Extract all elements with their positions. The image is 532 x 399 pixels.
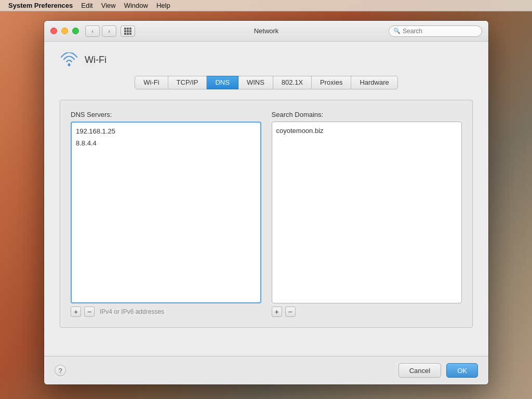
maximize-button[interactable] xyxy=(72,28,79,34)
grid-button[interactable] xyxy=(121,25,135,37)
dns-servers-controls: + − IPv4 or IPv6 addresses xyxy=(71,307,261,317)
window-title: Network xyxy=(254,27,279,35)
search-domains-controls: + − xyxy=(272,307,462,317)
tab-wins[interactable]: WINS xyxy=(238,76,273,89)
search-domains-column: Search Domains: coyotemoon.biz + − xyxy=(272,111,462,317)
menubar-help[interactable]: Help xyxy=(152,0,175,11)
tab-dns[interactable]: DNS xyxy=(207,76,238,89)
list-item: 8.8.4.4 xyxy=(75,138,257,150)
dns-placeholder: IPv4 or IPv6 addresses xyxy=(100,308,164,315)
bottom-buttons: Cancel OK xyxy=(398,363,478,378)
search-domains-list[interactable]: coyotemoon.biz xyxy=(272,122,462,303)
search-box[interactable]: 🔍 xyxy=(389,25,482,37)
tab-tcpip[interactable]: TCP/IP xyxy=(168,76,207,89)
list-item: coyotemoon.biz xyxy=(275,125,459,137)
forward-button[interactable]: › xyxy=(102,25,116,37)
search-domains-label: Search Domains: xyxy=(272,111,462,118)
tab-hardware[interactable]: Hardware xyxy=(351,76,397,89)
dns-servers-column: DNS Servers: 192.168.1.25 8.8.4.4 + − IP… xyxy=(71,111,261,317)
cancel-button[interactable]: Cancel xyxy=(398,363,441,378)
menubar-view[interactable]: View xyxy=(97,0,120,11)
ok-button[interactable]: OK xyxy=(446,363,478,378)
help-button[interactable]: ? xyxy=(55,365,66,376)
list-item: 192.168.1.25 xyxy=(75,126,257,138)
search-icon: 🔍 xyxy=(393,28,401,34)
window-content: Wi-Fi Wi-Fi TCP/IP DNS WINS 802.1X Proxi… xyxy=(44,42,488,356)
wifi-label: Wi-Fi xyxy=(85,55,107,65)
menubar-edit[interactable]: Edit xyxy=(77,0,97,11)
wifi-header: Wi-Fi xyxy=(60,52,473,68)
close-button[interactable] xyxy=(50,28,57,34)
nav-buttons: ‹ › xyxy=(85,25,116,37)
menubar-window[interactable]: Window xyxy=(120,0,152,11)
tab-proxies[interactable]: Proxies xyxy=(312,76,351,89)
menubar: System Preferences Edit View Window Help xyxy=(0,0,532,11)
grid-icon xyxy=(124,28,131,35)
wifi-icon xyxy=(60,52,78,68)
search-input[interactable] xyxy=(403,28,475,35)
dns-servers-list[interactable]: 192.168.1.25 8.8.4.4 xyxy=(71,122,261,303)
domain-add-button[interactable]: + xyxy=(272,307,282,317)
tab-8021x[interactable]: 802.1X xyxy=(273,76,312,89)
network-window: ‹ › Network 🔍 xyxy=(44,21,488,384)
titlebar: ‹ › Network 🔍 xyxy=(44,21,488,42)
dns-remove-button[interactable]: − xyxy=(84,307,95,317)
dns-add-button[interactable]: + xyxy=(71,307,81,317)
tab-wifi[interactable]: Wi-Fi xyxy=(135,76,168,89)
svg-point-0 xyxy=(68,64,71,66)
dns-servers-label: DNS Servers: xyxy=(71,111,261,118)
dns-panel: DNS Servers: 192.168.1.25 8.8.4.4 + − IP… xyxy=(60,100,473,328)
domain-remove-button[interactable]: − xyxy=(285,307,296,317)
menubar-app-name[interactable]: System Preferences xyxy=(4,0,77,11)
tabs-bar: Wi-Fi TCP/IP DNS WINS 802.1X Proxies Har… xyxy=(60,76,473,89)
bottom-bar: ? Cancel OK xyxy=(44,356,488,384)
back-button[interactable]: ‹ xyxy=(85,25,100,37)
traffic-lights xyxy=(50,28,79,34)
minimize-button[interactable] xyxy=(61,28,68,34)
